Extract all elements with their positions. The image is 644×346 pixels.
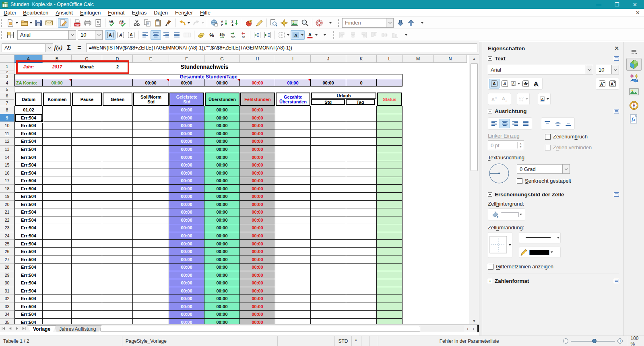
name-box[interactable]: A9: [2, 43, 53, 52]
undo-arrow-button[interactable]: [177, 18, 191, 28]
cell-H13[interactable]: 00:00: [240, 146, 275, 154]
row-header-16[interactable]: 16: [0, 169, 14, 177]
cell-G19[interactable]: 00:00: [204, 193, 240, 201]
cell-F31[interactable]: 00:00: [169, 287, 204, 295]
increase-indent-button[interactable]: [262, 30, 273, 40]
cell-E33[interactable]: [133, 303, 169, 311]
cell-F15[interactable]: 00:00: [169, 161, 204, 169]
cell-K23[interactable]: [346, 224, 377, 232]
cell-C33[interactable]: [72, 303, 102, 311]
cell-H22[interactable]: 00:00: [240, 216, 275, 224]
open-folder-button[interactable]: [19, 18, 33, 28]
cell-F22[interactable]: 00:00: [169, 216, 204, 224]
cell-L33[interactable]: [377, 303, 402, 311]
cell-K12[interactable]: [346, 138, 377, 146]
sidebar-font-name-select[interactable]: Arial: [488, 65, 593, 74]
menu-hilfe[interactable]: Hilfe: [196, 9, 214, 16]
currency-format-button[interactable]: [196, 30, 206, 40]
row-header-30[interactable]: 30: [0, 279, 14, 287]
cell-K18[interactable]: [346, 185, 377, 193]
cell-J34[interactable]: [311, 311, 346, 319]
cell-K25[interactable]: [346, 240, 377, 248]
rotation-dial[interactable]: [488, 162, 510, 186]
cell-J35[interactable]: [311, 319, 346, 324]
cell-L35[interactable]: [377, 319, 402, 324]
cell-A29[interactable]: Err:504: [14, 271, 43, 279]
column-header-F[interactable]: F: [169, 55, 204, 63]
cell-I30[interactable]: [275, 279, 311, 287]
cell-E11[interactable]: [133, 130, 169, 138]
cell-C10[interactable]: [72, 122, 102, 130]
cell-E21[interactable]: [133, 208, 169, 216]
cell-D15[interactable]: [102, 161, 133, 169]
cell-E32[interactable]: [133, 295, 169, 303]
column-header-K[interactable]: K: [346, 55, 377, 63]
dropdown-icon[interactable]: [586, 65, 593, 74]
cell-L23[interactable]: [377, 224, 402, 232]
section-cell-appearance[interactable]: − Erscheinungsbild der Zelle: [488, 192, 619, 198]
email-envelope-button[interactable]: [44, 18, 54, 28]
cell-B20[interactable]: [43, 201, 72, 209]
cell-H29[interactable]: 00:00: [240, 271, 275, 279]
cell-G33[interactable]: 00:00: [204, 303, 240, 311]
wrap-text-checkbox[interactable]: Zeilenumbruch: [545, 134, 592, 140]
delete-decimal-button[interactable]: .00: [238, 30, 248, 40]
row-header-2[interactable]: 2: [0, 70, 14, 74]
cell-G21[interactable]: 00:00: [204, 208, 240, 216]
cell-K22[interactable]: [346, 216, 377, 224]
deck-functions-button[interactable]: fx: [626, 113, 642, 126]
cell-J13[interactable]: [311, 146, 346, 154]
cell-background-button[interactable]: [489, 210, 524, 219]
cell-I14[interactable]: [275, 153, 311, 161]
cell-D22[interactable]: [102, 216, 133, 224]
cell-I16[interactable]: [275, 169, 311, 177]
align-justify-button[interactable]: [171, 30, 182, 40]
cell-C34[interactable]: [72, 311, 102, 319]
cell-B8[interactable]: [43, 106, 72, 114]
cell-H8[interactable]: 00:00: [240, 106, 275, 114]
row-header-26[interactable]: 26: [0, 248, 14, 256]
cell-K4[interactable]: 0: [346, 79, 377, 86]
cell-K15[interactable]: [346, 161, 377, 169]
cell-A11[interactable]: Err:504: [14, 130, 43, 138]
cell-G30[interactable]: 00:00: [204, 279, 240, 287]
cell-I27[interactable]: [275, 255, 311, 264]
cell-F29[interactable]: 00:00: [169, 271, 204, 279]
cell-B34[interactable]: [43, 311, 72, 319]
cell-G9[interactable]: 00:00: [204, 114, 240, 122]
cell-F9[interactable]: 00:00: [169, 114, 204, 122]
cell-G25[interactable]: 00:00: [204, 240, 240, 248]
header-kommen[interactable]: Kommen: [43, 93, 71, 106]
cell-A33[interactable]: Err:504: [14, 303, 43, 311]
cell-F34[interactable]: 00:00: [169, 311, 204, 319]
sidebar-font-size-select[interactable]: 10: [596, 65, 619, 74]
cell-H33[interactable]: 00:00: [240, 303, 275, 311]
cell-F35[interactable]: 00:00: [169, 319, 204, 324]
cell-K14[interactable]: [346, 153, 377, 161]
cell-C25[interactable]: [72, 240, 102, 248]
cell-A1[interactable]: Jahr:: [14, 63, 43, 70]
find-replace-button[interactable]: [268, 18, 279, 28]
scroll-left-icon[interactable]: ‹: [464, 325, 471, 332]
row-header-8[interactable]: 8: [0, 106, 14, 114]
cell-G16[interactable]: 00:00: [204, 169, 240, 177]
cell-E12[interactable]: [133, 138, 169, 146]
cell-K19[interactable]: [346, 193, 377, 201]
scroll-right-icon[interactable]: ›: [471, 325, 477, 332]
first-sheet-button[interactable]: [0, 325, 7, 332]
document-close-icon[interactable]: ✕: [636, 10, 640, 16]
cell-D32[interactable]: [102, 295, 133, 303]
cell-E27[interactable]: [133, 255, 169, 264]
cell-E10[interactable]: [133, 122, 169, 130]
cell-G26[interactable]: 00:00: [204, 248, 240, 256]
cell-H16[interactable]: 00:00: [240, 169, 275, 177]
cell-I31[interactable]: [275, 287, 311, 295]
header-status[interactable]: Status: [377, 93, 402, 106]
cell-B11[interactable]: [43, 130, 72, 138]
cell-I24[interactable]: [275, 232, 311, 240]
cell-C31[interactable]: [72, 287, 102, 295]
cell-A32[interactable]: Err:504: [14, 295, 43, 303]
header-urlaub-std[interactable]: Std: [311, 99, 345, 105]
row-header-13[interactable]: 13: [0, 146, 14, 154]
header-fehlstunden[interactable]: Fehlstunden: [240, 93, 275, 106]
